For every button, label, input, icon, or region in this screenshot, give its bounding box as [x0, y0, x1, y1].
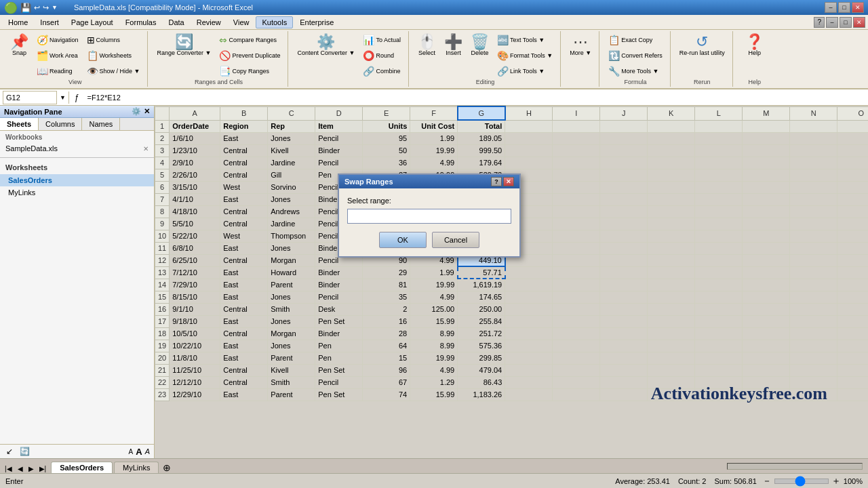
- work-area-icon: 🗂️: [37, 50, 48, 61]
- show-hide-button[interactable]: 👁️ Show / Hide ▼: [83, 64, 144, 79]
- combine-button[interactable]: 🔗 Combine: [359, 64, 404, 79]
- menu-formulas[interactable]: Formulas: [120, 17, 162, 28]
- formula-col: 📋 Exact Copy 🔃 Convert Refers 🔧 More Too…: [605, 33, 666, 79]
- sheet-nav-prev[interactable]: ◀: [16, 464, 25, 473]
- columns-button[interactable]: ⊞ Columns: [83, 33, 144, 47]
- round-icon: ⭕: [363, 50, 374, 61]
- prevent-duplicate-button[interactable]: 🚫 Prevent Duplicate: [216, 48, 283, 63]
- zoom-slider[interactable]: [774, 479, 829, 484]
- more-tools-button[interactable]: 🔧 More Tools ▼: [605, 64, 666, 79]
- dialog-ok-button[interactable]: OK: [379, 232, 427, 248]
- ribbon-restore-btn[interactable]: □: [840, 17, 852, 28]
- work-area-button[interactable]: 🗂️ Work Area: [33, 48, 82, 63]
- link-tools-button[interactable]: 🔗 Link Tools ▼: [494, 64, 556, 79]
- cell-reference-box[interactable]: [3, 91, 57, 104]
- workbook-name[interactable]: SampleData.xls: [5, 144, 58, 152]
- format-tools-label: Format Tools ▼: [510, 52, 553, 59]
- nav-pane-close-icon[interactable]: ✕: [144, 107, 150, 116]
- menu-view[interactable]: View: [228, 17, 255, 28]
- compare-icon: ⇔: [219, 35, 227, 45]
- menu-data[interactable]: Data: [163, 17, 189, 28]
- sheet-nav-next[interactable]: ▶: [26, 464, 36, 473]
- quick-more[interactable]: ▼: [52, 4, 58, 11]
- dialog-cancel-button[interactable]: Cancel: [432, 232, 479, 248]
- content-converter-button[interactable]: ⚙️ Content Converter ▼: [294, 33, 358, 58]
- minimize-button[interactable]: –: [825, 2, 837, 13]
- to-actual-button[interactable]: 📊 To Actual: [359, 33, 404, 47]
- menu-insert[interactable]: Insert: [35, 17, 64, 28]
- menu-page-layout[interactable]: Page Layout: [66, 17, 119, 28]
- compare-ranges-button[interactable]: ⇔ Compare Ranges: [216, 33, 283, 47]
- menu-enterprise[interactable]: Enterprise: [294, 17, 339, 28]
- select-button[interactable]: 🖱️ Select: [414, 33, 439, 58]
- ribbon-close-btn[interactable]: ✕: [853, 17, 865, 28]
- nav-font-small[interactable]: A: [129, 448, 134, 455]
- range-converter-button[interactable]: 🔄 Range Converter ▼: [153, 33, 214, 58]
- ribbon-minimize-btn[interactable]: –: [826, 17, 838, 28]
- zoom-percent[interactable]: 100%: [844, 477, 863, 485]
- nav-item-mylinks[interactable]: MyLinks: [0, 186, 154, 199]
- nav-bottom-btn1[interactable]: ↙: [4, 446, 15, 457]
- cell-ref-dropdown[interactable]: ▼: [60, 94, 66, 101]
- quick-redo[interactable]: ↪: [43, 3, 49, 12]
- nav-tab-names[interactable]: Names: [82, 118, 120, 130]
- sheet-tab-salesorders[interactable]: SalesOrders: [51, 462, 113, 473]
- sheet-nav-first[interactable]: |◀: [3, 464, 14, 473]
- insert-button[interactable]: ➕ Insert: [441, 33, 466, 58]
- nav-bottom-btn2[interactable]: 🔄: [18, 446, 32, 457]
- close-button[interactable]: ✕: [852, 2, 864, 13]
- zoom-out-btn[interactable]: －: [762, 475, 772, 487]
- dialog-close-btn[interactable]: ✕: [503, 177, 514, 186]
- zoom-in-btn[interactable]: ＋: [831, 475, 841, 487]
- reading-button[interactable]: 📖 Reading: [33, 64, 82, 79]
- more-button[interactable]: ⋯ More ▼: [566, 33, 595, 58]
- round-button[interactable]: ⭕ Round: [359, 48, 404, 63]
- insert-function-icon[interactable]: ƒ: [72, 93, 82, 102]
- view-group-label: View: [68, 79, 81, 85]
- navigation-icon: 🧭: [37, 35, 48, 45]
- maximize-button[interactable]: □: [838, 2, 850, 13]
- combine-icon: 🔗: [363, 66, 374, 77]
- help-button[interactable]: ❓ Help: [742, 33, 767, 58]
- insert-sheet-icon[interactable]: ⊕: [163, 462, 171, 473]
- navigation-button[interactable]: 🧭 Navigation: [33, 33, 82, 47]
- convert-refers-icon: 🔃: [608, 50, 620, 61]
- format-tools-button[interactable]: 🎨 Format Tools ▼: [494, 48, 556, 63]
- status-bar: Enter Average: 253.41 Count: 2 Sum: 506.…: [0, 473, 868, 488]
- nav-font-italic[interactable]: A: [145, 447, 150, 455]
- delete-button[interactable]: 🗑️ Delete: [467, 33, 492, 58]
- nav-pane-header: Navigation Pane ⚙️ ✕: [0, 106, 154, 118]
- menu-home[interactable]: Home: [3, 17, 33, 28]
- status-mode: Enter: [5, 477, 23, 485]
- text-tools-button[interactable]: 🔤 Text Tools ▼: [494, 33, 556, 47]
- menu-kutools[interactable]: Kutools: [256, 16, 293, 28]
- rerun-button[interactable]: ↺ Re-run last utility: [676, 33, 728, 58]
- formula-input[interactable]: [85, 91, 865, 104]
- nav-tab-sheets[interactable]: Sheets: [0, 118, 39, 130]
- ribbon-help-icon[interactable]: ?: [814, 17, 825, 28]
- worksheets-button[interactable]: 📋 Worksheets: [83, 48, 144, 63]
- select-label: Select: [418, 49, 435, 56]
- quick-undo[interactable]: ↩: [34, 3, 40, 12]
- workbook-close-icon[interactable]: ✕: [143, 145, 149, 152]
- horizontal-scrollbar[interactable]: [727, 463, 863, 470]
- exact-copy-icon: 📋: [608, 35, 620, 45]
- editing-group-label: Editing: [476, 79, 495, 85]
- help-label: Help: [748, 49, 761, 56]
- sheet-tab-mylinks[interactable]: MyLinks: [114, 462, 159, 473]
- nav-font-large[interactable]: A: [136, 447, 142, 457]
- dialog-title-controls: ? ✕: [491, 177, 514, 186]
- copy-ranges-button[interactable]: 📑 Copy Ranges: [216, 64, 283, 79]
- nav-item-salesorders[interactable]: SalesOrders: [0, 174, 154, 186]
- dialog-range-input[interactable]: [347, 209, 511, 224]
- convert-refers-button[interactable]: 🔃 Convert Refers: [605, 48, 666, 63]
- quick-save[interactable]: 💾: [20, 3, 31, 13]
- menu-review[interactable]: Review: [191, 17, 226, 28]
- nav-tab-columns[interactable]: Columns: [39, 118, 82, 130]
- nav-pane-settings-icon[interactable]: ⚙️: [132, 107, 141, 116]
- ranges-group-label: Ranges and Cells: [195, 79, 243, 85]
- sheet-nav-last[interactable]: ▶|: [37, 464, 49, 473]
- snap-button[interactable]: 📌 Snap: [7, 33, 32, 58]
- dialog-help-btn[interactable]: ?: [491, 177, 502, 186]
- exact-copy-button[interactable]: 📋 Exact Copy: [605, 33, 666, 47]
